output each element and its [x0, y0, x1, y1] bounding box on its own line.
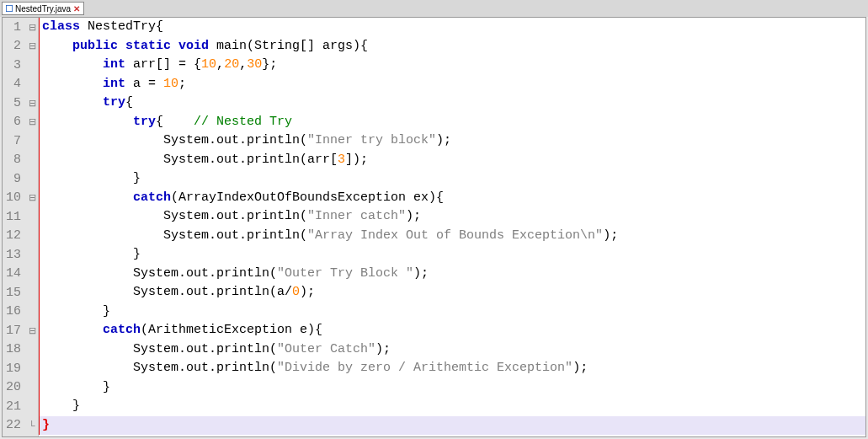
- code-line[interactable]: catch(ArithmeticException e){: [39, 321, 865, 340]
- code-line[interactable]: try{: [39, 94, 865, 113]
- line-number: 9: [3, 172, 26, 186]
- line-number: 13: [3, 248, 26, 262]
- code-area[interactable]: class NestedTry{ public static void main…: [39, 18, 865, 436]
- code-line[interactable]: int arr[] = {10,20,30};: [39, 56, 865, 75]
- code-line[interactable]: class NestedTry{: [39, 18, 865, 37]
- line-number: 8: [3, 153, 26, 167]
- line-number: 7: [3, 134, 26, 148]
- tab-filename: NestedTry.java: [15, 4, 71, 13]
- line-number: 18: [3, 342, 26, 356]
- fold-marker[interactable]: ⊟: [26, 40, 38, 51]
- line-number: 1: [3, 20, 26, 35]
- line-number: 11: [3, 210, 26, 224]
- code-line[interactable]: }: [39, 397, 865, 416]
- line-number: 6: [3, 115, 26, 129]
- fold-marker[interactable]: ⊟: [26, 325, 38, 336]
- line-number: 16: [3, 304, 26, 319]
- code-editor: 1⊟ 2⊟ 3 4 5⊟ 6⊟ 7 8 9 10⊟ 11 12 13 14 15…: [2, 17, 866, 437]
- code-line[interactable]: System.out.println("Array Index Out of B…: [39, 227, 865, 246]
- code-line[interactable]: System.out.println(a/0);: [39, 283, 865, 302]
- line-number: 19: [3, 361, 26, 376]
- code-line[interactable]: }: [39, 169, 865, 189]
- code-line[interactable]: }: [39, 302, 865, 322]
- code-line[interactable]: System.out.println(arr[3]);: [39, 151, 865, 170]
- fold-marker[interactable]: ⊟: [26, 192, 38, 203]
- code-line[interactable]: System.out.println("Outer Try Block ");: [39, 265, 865, 284]
- line-number: 10: [3, 190, 26, 205]
- line-number: 12: [3, 228, 26, 243]
- file-tab[interactable]: NestedTry.java ✕: [2, 2, 84, 15]
- svg-rect-0: [6, 5, 13, 12]
- line-number: 5: [3, 96, 26, 110]
- code-line[interactable]: System.out.println("Divide by zero / Ari…: [39, 359, 865, 378]
- line-number: 21: [3, 399, 26, 414]
- line-number: 2: [3, 39, 26, 53]
- line-number: 3: [3, 58, 26, 72]
- line-number: 17: [3, 324, 26, 338]
- code-line[interactable]: int a = 10;: [39, 75, 865, 94]
- java-file-icon: [6, 5, 13, 12]
- line-number: 15: [3, 286, 26, 300]
- code-line[interactable]: System.out.println("Inner try block");: [39, 131, 865, 151]
- fold-marker[interactable]: ⊟: [26, 116, 38, 127]
- code-line[interactable]: System.out.println("Inner catch");: [39, 207, 865, 227]
- gutter: 1⊟ 2⊟ 3 4 5⊟ 6⊟ 7 8 9 10⊟ 11 12 13 14 15…: [3, 18, 39, 436]
- line-number: 4: [3, 77, 26, 91]
- line-number: 22: [3, 418, 26, 432]
- fold-marker[interactable]: ⊟: [26, 98, 38, 109]
- tab-bar: NestedTry.java ✕: [0, 0, 868, 17]
- line-number: 20: [3, 380, 26, 394]
- editor-container: NestedTry.java ✕ 1⊟ 2⊟ 3 4 5⊟ 6⊟ 7 8 9 1…: [0, 0, 868, 439]
- fold-marker[interactable]: └: [26, 420, 38, 431]
- code-line[interactable]: public static void main(String[] args){: [39, 37, 865, 56]
- close-icon[interactable]: ✕: [73, 4, 80, 13]
- code-line[interactable]: }: [39, 245, 865, 265]
- fold-marker[interactable]: ⊟: [26, 22, 38, 33]
- code-line[interactable]: catch(ArrayIndexOutOfBoundsException ex)…: [39, 189, 865, 208]
- line-number: 14: [3, 266, 26, 281]
- code-line[interactable]: }: [39, 378, 865, 398]
- code-line[interactable]: try{ // Nested Try: [39, 113, 865, 132]
- code-line[interactable]: System.out.println("Outer Catch");: [39, 340, 865, 360]
- code-line-current[interactable]: }: [39, 416, 865, 436]
